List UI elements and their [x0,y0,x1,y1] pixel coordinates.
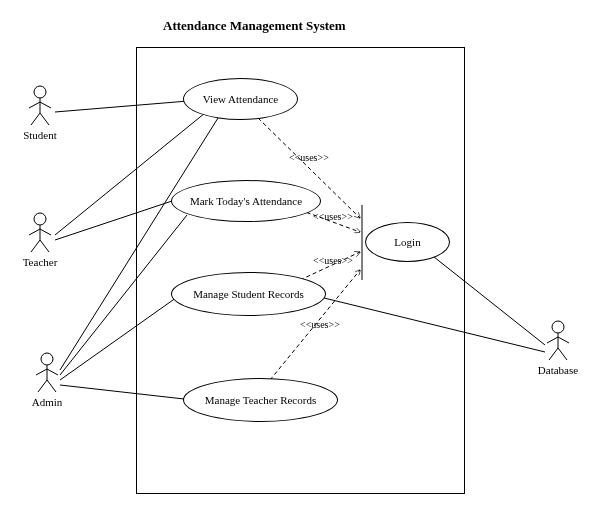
actor-teacher: Teacher [15,212,65,268]
svg-line-19 [40,113,49,125]
usecase-login: Login [365,222,450,262]
svg-line-35 [558,337,569,343]
svg-line-34 [547,337,558,343]
usecase-manage-student-records: Manage Student Records [171,272,326,316]
usecase-mark-attendance: Mark Today's Attendance [171,180,321,222]
svg-point-20 [34,213,46,225]
actor-student: Student [15,85,65,141]
person-icon [543,320,573,362]
person-icon [25,85,55,127]
diagram-canvas: Attendance Management System [0,0,600,510]
actor-student-label: Student [15,129,65,141]
svg-line-31 [47,380,56,392]
usecase-manage-teacher-records: Manage Teacher Records [183,378,338,422]
system-boundary [136,47,465,494]
person-icon [25,212,55,254]
uses-label-view-login: <<uses>> [289,152,329,163]
svg-point-32 [552,321,564,333]
svg-line-37 [558,348,567,360]
svg-line-22 [29,229,40,235]
svg-line-36 [549,348,558,360]
svg-line-29 [47,369,58,375]
uses-label-mark-login: <<uses>> [313,211,353,222]
person-icon [32,352,62,394]
actor-admin: Admin [22,352,72,408]
usecase-view-attendance: View Attendance [183,78,298,120]
actor-database: Database [533,320,583,376]
svg-line-17 [40,102,51,108]
svg-line-28 [36,369,47,375]
svg-line-25 [40,240,49,252]
svg-line-18 [31,113,40,125]
svg-line-30 [38,380,47,392]
actor-teacher-label: Teacher [15,256,65,268]
uses-label-student-login: <<uses>> [313,255,353,266]
svg-line-16 [29,102,40,108]
svg-line-24 [31,240,40,252]
svg-line-23 [40,229,51,235]
uses-label-teacher-login: <<uses>> [300,319,340,330]
actor-admin-label: Admin [22,396,72,408]
diagram-title: Attendance Management System [163,18,346,34]
actor-database-label: Database [533,364,583,376]
svg-point-14 [34,86,46,98]
svg-point-26 [41,353,53,365]
